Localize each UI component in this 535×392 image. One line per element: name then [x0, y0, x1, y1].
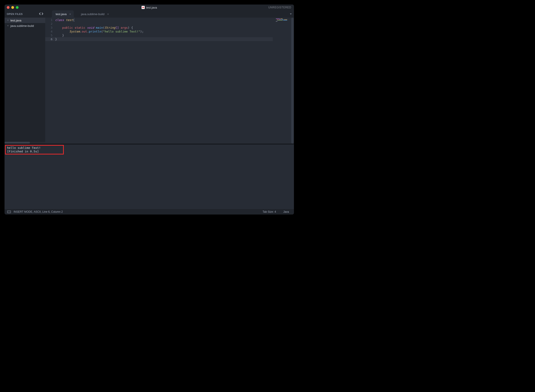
close-window-button[interactable] — [7, 6, 10, 9]
output-highlight-box: hello sublime Text! [Finished in 0.5s] — [5, 145, 64, 154]
param-name: args — [121, 26, 128, 29]
editor-body: 1 2 3 4 5 6 class test{ public static vo… — [45, 18, 294, 144]
tab-overflow-button[interactable] — [288, 10, 294, 18]
svg-rect-1 — [280, 19, 283, 19]
sidebar-header: OPEN FILES — [5, 10, 45, 18]
open-file-name: test.java — [10, 19, 21, 22]
title-filename: test.java — [146, 6, 157, 9]
tab-label: java.sublime-build — [81, 12, 105, 16]
title-center: test.java — [5, 6, 294, 9]
unregistered-label: UNREGISTERED — [268, 6, 294, 9]
close-file-icon[interactable]: × — [7, 19, 9, 22]
vertical-scrollbar[interactable] — [291, 18, 294, 144]
svg-rect-0 — [276, 19, 280, 19]
method-call: println — [89, 30, 101, 33]
line-number[interactable]: 3 — [45, 26, 55, 30]
tab-label: test.java — [56, 12, 67, 16]
code-area[interactable]: class test{ public static void main(Stri… — [55, 18, 273, 144]
scrollbar-thumb[interactable] — [291, 18, 293, 144]
tabbar: test.java × java.sublime-build × — [45, 10, 294, 18]
status-left[interactable]: INSERT MODE, ASCII, Line 6, Column 2 — [14, 210, 63, 213]
status-tabsize[interactable]: Tab Size: 4 — [260, 210, 278, 213]
panel-toggle-icon[interactable] — [7, 210, 11, 213]
editor-window: test.java UNREGISTERED OPEN FILES — [5, 5, 294, 215]
line-number[interactable]: 4 — [45, 30, 55, 33]
open-file-name: java.sublime-build — [10, 24, 34, 28]
function-name: main — [96, 26, 103, 29]
svg-rect-5 — [284, 19, 287, 20]
close-tab-icon[interactable]: × — [107, 12, 109, 16]
sidebar: OPEN FILES × test.java × — [5, 10, 45, 144]
svg-rect-8 — [277, 21, 278, 21]
output-line: hello sublime Text! — [7, 146, 62, 150]
output-line: [Finished in 0.5s] — [7, 150, 62, 153]
brace: } — [62, 34, 64, 37]
keyword-class: class — [55, 18, 64, 22]
window-controls — [5, 6, 19, 9]
svg-rect-7 — [283, 20, 287, 21]
titlebar: test.java UNREGISTERED — [5, 5, 294, 10]
close-tab-icon[interactable]: × — [69, 12, 71, 16]
line-number[interactable]: 6 — [45, 37, 55, 41]
gutter: 1 2 3 4 5 6 — [45, 18, 55, 144]
nav-back-icon[interactable] — [39, 12, 41, 16]
scrollbar-thumb[interactable] — [5, 142, 30, 144]
history-nav — [39, 12, 43, 16]
keyword-public: public — [62, 26, 73, 29]
build-output-panel[interactable]: hello sublime Text! [Finished in 0.5s] — [5, 145, 294, 209]
file-icon — [142, 6, 145, 9]
keyword-void: void — [87, 26, 94, 29]
string-literal: "hello sublime Text!" — [103, 30, 140, 33]
svg-rect-2 — [277, 19, 279, 20]
class-ref: System — [69, 30, 80, 33]
minimap[interactable] — [273, 18, 291, 144]
minimap-icon — [276, 19, 289, 22]
svg-rect-9 — [276, 21, 277, 22]
line-number[interactable]: 5 — [45, 33, 55, 37]
editor: test.java × java.sublime-build × 1 — [45, 10, 294, 144]
class-name: test — [66, 18, 73, 22]
minimize-window-button[interactable] — [11, 6, 14, 9]
type-name: String — [105, 26, 115, 29]
brace: { — [73, 18, 75, 22]
statusbar: INSERT MODE, ASCII, Line 6, Column 2 Tab… — [5, 209, 294, 215]
line-number[interactable]: 1 — [45, 18, 55, 22]
open-files-label: OPEN FILES — [7, 13, 23, 15]
svg-rect-6 — [278, 20, 283, 21]
keyword-static: static — [75, 26, 85, 29]
tab-build-file[interactable]: java.sublime-build × — [77, 10, 112, 18]
tab-test-java[interactable]: test.java × — [52, 10, 74, 18]
sidebar-scrollbar[interactable] — [5, 142, 45, 144]
svg-rect-3 — [279, 19, 281, 20]
open-file-item[interactable]: × test.java — [5, 18, 45, 23]
maximize-window-button[interactable] — [16, 6, 19, 9]
open-file-item[interactable]: × java.sublime-build — [5, 23, 45, 28]
close-file-icon[interactable]: × — [7, 24, 9, 27]
line-number[interactable]: 2 — [45, 22, 55, 26]
status-language[interactable]: Java — [281, 210, 291, 213]
brace: } — [55, 37, 57, 41]
nav-forward-icon[interactable] — [41, 12, 43, 16]
svg-rect-4 — [281, 19, 284, 20]
field-ref: out — [82, 30, 87, 33]
